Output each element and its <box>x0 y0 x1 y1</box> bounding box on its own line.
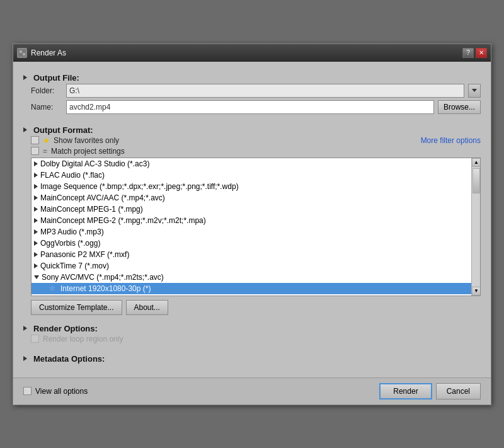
format-section: ★ Show favorites only More filter option… <box>23 136 481 315</box>
list-item[interactable]: FLAC Audio (*.flac) <box>32 169 471 181</box>
svg-rect-2 <box>23 53 25 55</box>
list-item[interactable]: Image Sequence (*.bmp;*.dpx;*.exr;*.jpeg… <box>32 181 471 192</box>
more-filter-link[interactable]: More filter options <box>421 136 481 145</box>
metadata-options-label: Metadata Options: <box>33 354 105 364</box>
folder-row: Folder: <box>23 84 481 98</box>
bottom-bar: View all options Render Cancel <box>13 377 491 405</box>
cancel-button[interactable]: Cancel <box>436 383 481 399</box>
close-button[interactable]: ✕ <box>476 48 487 58</box>
name-row: Name: Browse... <box>23 100 481 114</box>
scroll-up-btn[interactable]: ▲ <box>472 158 481 167</box>
loop-region-row: Render loop region only <box>31 335 481 343</box>
metadata-options-triangle[interactable] <box>23 356 27 361</box>
bottom-buttons: Render Cancel <box>379 383 481 399</box>
favorites-checkbox[interactable] <box>31 136 39 144</box>
star-icon: ★ <box>43 136 50 145</box>
metadata-options-section: Metadata Options: <box>23 350 481 365</box>
format-scrollbar[interactable]: ▲ ▼ <box>471 158 480 296</box>
output-file-triangle[interactable] <box>23 75 27 80</box>
output-format-section: Output Format: ★ Show favorites only Mor… <box>23 122 481 315</box>
view-all-checkbox[interactable] <box>23 387 32 395</box>
render-options-label: Render Options: <box>33 324 98 333</box>
customize-template-button[interactable]: Customize Template... <box>31 300 122 315</box>
match-project-row: = Match project settings <box>31 147 481 156</box>
list-item[interactable]: Panasonic P2 MXF (*.mxf) <box>32 249 471 260</box>
format-list[interactable]: Dolby Digital AC-3 Studio (*.ac3) FLAC A… <box>32 158 471 296</box>
output-format-triangle[interactable] <box>23 127 27 132</box>
view-all-row: View all options <box>23 387 88 396</box>
folder-dropdown-btn[interactable] <box>468 84 481 98</box>
scroll-track <box>472 167 480 287</box>
format-list-container: Dolby Digital AC-3 Studio (*.ac3) FLAC A… <box>31 158 481 296</box>
star-sm-icon: ☆ <box>49 284 55 292</box>
list-item[interactable]: MainConcept AVC/AAC (*.mp4;*.avc) <box>32 192 471 204</box>
list-item[interactable]: MP3 Audio (*.mp3) <box>32 226 471 238</box>
title-bar: Render As ? ✕ <box>13 44 491 62</box>
list-item[interactable]: MainConcept MPEG-2 (*.mpg;*.m2v;*.m2t;*.… <box>32 215 471 226</box>
list-item[interactable]: QuickTime 7 (*.mov) <box>32 260 471 272</box>
internet-1080-item[interactable]: ☆ Internet 1920x1080-30p (*) <box>32 283 471 294</box>
name-label: Name: <box>31 103 62 112</box>
list-item[interactable]: OggVorbis (*.ogg) <box>32 238 471 249</box>
scroll-down-btn[interactable]: ▼ <box>472 287 481 296</box>
render-as-dialog: Render As ? ✕ Output File: Folder: Name: <box>13 43 491 405</box>
title-bar-left: Render As <box>17 48 66 58</box>
svg-rect-1 <box>20 50 22 53</box>
render-button[interactable]: Render <box>379 383 432 399</box>
about-button[interactable]: About... <box>126 300 168 315</box>
folder-input[interactable] <box>66 84 464 98</box>
list-item[interactable]: Dolby Digital AC-3 Studio (*.ac3) <box>32 158 471 169</box>
folder-label: Folder: <box>31 86 62 95</box>
render-options-content: Render loop region only <box>23 335 481 343</box>
format-buttons: Customize Template... About... <box>31 300 481 315</box>
name-input[interactable] <box>66 100 434 114</box>
match-project-checkbox[interactable] <box>31 147 39 155</box>
dialog-content: Output File: Folder: Name: Browse... Out… <box>13 62 491 377</box>
render-options-section: Render Options: Render loop region only <box>23 320 481 345</box>
app-icon <box>17 48 27 58</box>
scroll-thumb[interactable] <box>472 168 480 193</box>
output-format-header: Output Format: <box>23 122 481 136</box>
render-options-triangle[interactable] <box>23 326 27 331</box>
output-file-section: Output File: Folder: Name: Browse... <box>23 69 481 117</box>
list-item[interactable]: MainConcept MPEG-1 (*.mpg) <box>32 204 471 215</box>
equals-icon: = <box>43 147 47 156</box>
render-options-header: Render Options: <box>23 320 481 335</box>
output-file-label: Output File: <box>33 73 79 83</box>
dialog-title: Render As <box>31 49 66 57</box>
help-button[interactable]: ? <box>462 48 474 58</box>
browse-button[interactable]: Browse... <box>438 100 481 114</box>
output-format-label: Output Format: <box>33 125 93 135</box>
favorites-label: Show favorites only <box>54 136 119 145</box>
loop-region-checkbox <box>31 335 39 343</box>
metadata-options-header: Metadata Options: <box>23 350 481 365</box>
favorites-row: ★ Show favorites only More filter option… <box>31 136 481 145</box>
output-file-header: Output File: <box>23 69 481 84</box>
title-controls: ? ✕ <box>462 48 487 58</box>
view-all-label: View all options <box>35 387 88 396</box>
sony-avc-item[interactable]: Sony AVC/MVC (*.mp4;*.m2ts;*.avc) <box>32 272 471 283</box>
match-project-label: Match project settings <box>51 147 125 156</box>
loop-region-label: Render loop region only <box>43 335 123 343</box>
